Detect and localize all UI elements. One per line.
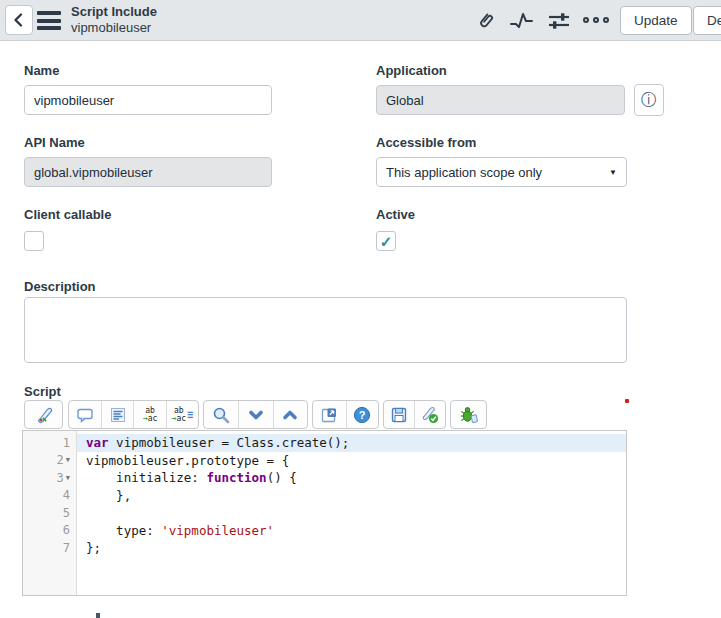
active-label: Active bbox=[376, 207, 415, 222]
format-code-icon[interactable] bbox=[101, 401, 133, 428]
code-token: var bbox=[86, 435, 109, 450]
script-label: Script bbox=[24, 384, 61, 399]
cutoff-text-artifact bbox=[96, 613, 100, 618]
code-token: () { bbox=[267, 470, 297, 485]
line-number[interactable]: 2▼ bbox=[23, 452, 76, 470]
code-token: }, bbox=[86, 488, 131, 503]
toggle-comment-icon[interactable] bbox=[69, 401, 101, 428]
record-title: Script Include vipmobileuser bbox=[71, 4, 157, 36]
code-token: }; bbox=[86, 540, 101, 555]
code-area[interactable]: var vipmobileuser = Class.create();vipmo… bbox=[77, 431, 626, 595]
code-line[interactable] bbox=[77, 504, 626, 522]
accessible-from-label: Accessible from bbox=[376, 135, 476, 150]
activity-stream-icon[interactable] bbox=[509, 9, 535, 33]
code-line[interactable]: type: 'vipmobileuser' bbox=[77, 522, 626, 540]
accessible-from-select[interactable]: This application scope only ▼ bbox=[376, 157, 627, 187]
code-token: 'vipmobileuser' bbox=[161, 523, 274, 538]
api-name-input bbox=[24, 157, 272, 187]
code-line[interactable]: }; bbox=[77, 539, 626, 557]
line-number: 6 bbox=[23, 522, 76, 540]
toolbar-group: ab→ac ab→ac≡ bbox=[68, 400, 199, 429]
line-number: 4 bbox=[23, 487, 76, 505]
line-number: 5 bbox=[23, 504, 76, 522]
more-options-icon[interactable] bbox=[583, 17, 609, 23]
application-info-button[interactable]: ⓘ bbox=[634, 84, 664, 116]
description-label: Description bbox=[24, 279, 96, 294]
code-token: function bbox=[206, 470, 266, 485]
application-input bbox=[376, 85, 625, 115]
line-number: 7 bbox=[23, 539, 76, 557]
info-icon: ⓘ bbox=[641, 90, 657, 111]
active-checkbox[interactable]: ✓ bbox=[376, 231, 396, 251]
toolbar-group bbox=[450, 400, 487, 429]
line-number: 1 bbox=[23, 434, 76, 452]
context-menu-icon[interactable] bbox=[37, 11, 61, 30]
delete-button[interactable]: Delete bbox=[693, 6, 721, 35]
update-button[interactable]: Update bbox=[620, 6, 692, 35]
code-line[interactable]: vipmobileuser.prototype = { bbox=[77, 452, 626, 470]
record-name: vipmobileuser bbox=[71, 20, 157, 36]
fold-arrow-icon: ▼ bbox=[66, 456, 70, 464]
find-previous-icon[interactable] bbox=[273, 401, 307, 428]
code-line[interactable]: }, bbox=[77, 487, 626, 505]
chevron-left-icon bbox=[11, 11, 27, 29]
attachment-icon[interactable] bbox=[473, 9, 499, 33]
mandatory-indicator bbox=[625, 399, 629, 403]
client-callable-label: Client callable bbox=[24, 207, 111, 222]
code-token: vipmobileuser = Class.create(); bbox=[109, 435, 350, 450]
syntax-editor-icon[interactable] bbox=[25, 401, 62, 428]
line-number-gutter: 12▼3▼4567 bbox=[23, 431, 77, 595]
client-callable-checkbox[interactable] bbox=[24, 231, 44, 251]
name-label: Name bbox=[24, 63, 59, 78]
back-button[interactable] bbox=[5, 5, 33, 35]
dropdown-arrow-icon: ▼ bbox=[609, 168, 617, 177]
script-code-editor[interactable]: 12▼3▼4567 var vipmobileuser = Class.crea… bbox=[22, 430, 627, 596]
search-icon[interactable] bbox=[204, 401, 238, 428]
page-title: Script Include bbox=[71, 4, 157, 20]
syntax-check-icon[interactable] bbox=[414, 401, 445, 428]
api-name-label: API Name bbox=[24, 135, 85, 150]
line-number[interactable]: 3▼ bbox=[23, 469, 76, 487]
replace-icon[interactable]: ab→ac bbox=[133, 401, 165, 428]
selected-option: This application scope only bbox=[386, 165, 542, 180]
header-bar: Script Include vipmobileuser Upd bbox=[0, 0, 721, 41]
script-include-form-page: Script Include vipmobileuser Upd bbox=[0, 0, 721, 618]
name-input[interactable] bbox=[24, 85, 272, 115]
code-line[interactable]: initialize: function() { bbox=[77, 469, 626, 487]
toolbar-group bbox=[203, 400, 308, 429]
toolbar-group bbox=[383, 400, 446, 429]
help-icon[interactable]: ? bbox=[346, 401, 379, 428]
toolbar-group: ? bbox=[312, 400, 379, 429]
code-token: initialize: bbox=[86, 470, 206, 485]
replace-all-icon[interactable]: ab→ac≡ bbox=[166, 401, 198, 428]
description-textarea[interactable] bbox=[24, 297, 627, 363]
save-icon[interactable] bbox=[384, 401, 414, 428]
toolbar-group bbox=[24, 400, 63, 429]
svg-text:?: ? bbox=[359, 409, 366, 421]
code-line[interactable]: var vipmobileuser = Class.create(); bbox=[77, 434, 626, 452]
code-token: type: bbox=[86, 523, 161, 538]
application-label: Application bbox=[376, 63, 447, 78]
open-full-screen-icon[interactable] bbox=[313, 401, 346, 428]
script-debugger-icon[interactable] bbox=[451, 401, 486, 428]
find-next-icon[interactable] bbox=[238, 401, 272, 428]
code-token: vipmobileuser.prototype = { bbox=[86, 453, 289, 468]
fold-arrow-icon: ▼ bbox=[66, 474, 70, 482]
personalize-form-icon[interactable] bbox=[546, 9, 572, 33]
